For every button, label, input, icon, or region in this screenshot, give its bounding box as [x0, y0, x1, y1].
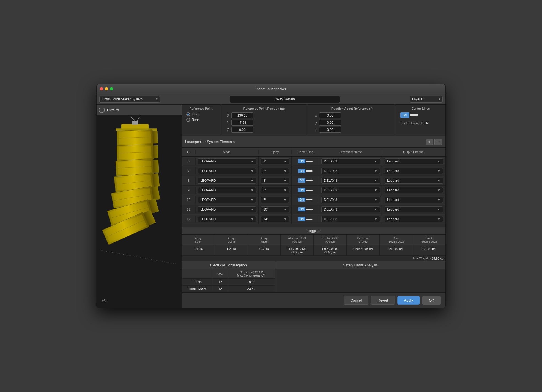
- output-dropdown-7[interactable]: Leopard▼: [385, 216, 443, 222]
- processor-dropdown-7[interactable]: DELAY 3▼: [321, 216, 380, 222]
- splay-dropdown-5[interactable]: 7°▼: [261, 197, 289, 203]
- processor-dropdown-1[interactable]: DELAY 3▼: [321, 158, 380, 164]
- output-dropdown-5[interactable]: Leopard▼: [385, 197, 443, 203]
- splay-dropdown-4[interactable]: 5°▼: [261, 187, 289, 193]
- model-dropdown-6[interactable]: LEOPARD▼: [198, 206, 256, 212]
- rotation-block: Rotation About Reference (°) x y z: [308, 105, 396, 136]
- td-processor-3: DELAY 3▼: [319, 176, 382, 185]
- td-id-6: 11: [182, 206, 196, 213]
- minimize-button[interactable]: [105, 87, 108, 90]
- output-dropdown-3[interactable]: Leopard▼: [385, 178, 443, 184]
- cl-off-5[interactable]: [306, 199, 313, 200]
- remove-element-button[interactable]: −: [434, 139, 442, 145]
- td-processor-6: DELAY 3▼: [319, 205, 382, 214]
- rotation-row-z: z: [313, 127, 391, 133]
- layer-dropdown[interactable]: Layer 0: [410, 96, 443, 103]
- maximize-button[interactable]: [110, 87, 113, 90]
- model-dropdown-3[interactable]: LEOPARD▼: [198, 178, 256, 184]
- coord-x-input[interactable]: [231, 112, 253, 118]
- cl-on-4[interactable]: ON: [298, 188, 305, 192]
- splay-dropdown-6[interactable]: 10°▼: [261, 206, 289, 212]
- output-dropdown-2[interactable]: Leopard▼: [385, 168, 443, 174]
- traffic-lights: [100, 87, 113, 90]
- td-output-1: Leopard▼: [382, 157, 445, 166]
- center-lines-on-button[interactable]: ON: [400, 112, 409, 118]
- titlebar: Insert Loudspeaker: [97, 84, 445, 94]
- svg-rect-12: [153, 160, 159, 173]
- cl-on-3[interactable]: ON: [298, 178, 305, 183]
- apply-button[interactable]: Apply: [397, 296, 420, 305]
- system-dropdown[interactable]: Flown Loudspeaker System: [99, 96, 160, 103]
- model-dropdown-1[interactable]: LEOPARD▼: [198, 158, 256, 164]
- total-weight-label: Total Weight: [413, 257, 428, 260]
- cl-off-2[interactable]: [306, 170, 313, 172]
- rigging-th-abs-cog: Absolute COGPosition: [281, 235, 314, 245]
- coord-y-input[interactable]: [231, 120, 253, 126]
- rigging-th-span: ArraySpan: [182, 235, 215, 245]
- coord-row-x: X: [225, 112, 303, 118]
- th-processor: Processor Name: [319, 149, 382, 155]
- revert-button[interactable]: Revert: [371, 296, 395, 305]
- ok-button[interactable]: OK: [422, 296, 441, 305]
- radio-rear[interactable]: Rear: [186, 118, 216, 122]
- model-dropdown-5[interactable]: LEOPARD▼: [198, 197, 256, 203]
- coord-z-input[interactable]: [231, 127, 253, 133]
- splay-value: 48: [426, 121, 429, 125]
- output-dropdown-6[interactable]: Leopard▼: [385, 206, 443, 212]
- processor-dropdown-5[interactable]: DELAY 3▼: [321, 197, 380, 203]
- rotation-x-input[interactable]: [319, 112, 341, 118]
- model-dropdown-4[interactable]: LEOPARD▼: [198, 187, 256, 193]
- rotation-y-input[interactable]: [319, 120, 341, 126]
- elements-header: Loudspeaker System Elements + −: [182, 136, 445, 148]
- td-output-3: Leopard▼: [382, 176, 445, 185]
- splay-dropdown-2[interactable]: 2°▼: [261, 168, 289, 174]
- cl-off-4[interactable]: [306, 190, 313, 191]
- model-dropdown-2[interactable]: LEOPARD▼: [198, 168, 256, 174]
- cl-off-3[interactable]: [306, 180, 313, 181]
- td-id-1: 6: [182, 158, 196, 165]
- splay-row: Total Splay Angle 48: [400, 121, 441, 125]
- svg-line-32: [137, 116, 141, 121]
- cl-on-6[interactable]: ON: [298, 207, 305, 211]
- cl-off-1[interactable]: [306, 161, 313, 162]
- processor-dropdown-4[interactable]: DELAY 3▼: [321, 187, 380, 193]
- cl-off-7[interactable]: [306, 219, 313, 220]
- rotation-y-label: y: [313, 121, 317, 125]
- processor-dropdown-6[interactable]: DELAY 3▼: [321, 206, 380, 212]
- close-button[interactable]: [100, 87, 103, 90]
- centerline-toggle-1: ON: [294, 159, 317, 163]
- window-title: Insert Loudspeaker: [256, 87, 286, 91]
- center-lines-off-button[interactable]: [410, 114, 418, 116]
- radio-front[interactable]: Front: [186, 112, 216, 116]
- cl-on-7[interactable]: ON: [298, 217, 305, 221]
- main-window: Insert Loudspeaker Flown Loudspeaker Sys…: [96, 84, 446, 308]
- delay-system-button[interactable]: Delay System: [230, 96, 340, 103]
- model-dropdown-7[interactable]: LEOPARD▼: [198, 216, 256, 222]
- td-model-5: LEOPARD▼: [196, 195, 259, 205]
- processor-dropdown-2[interactable]: DELAY 3▼: [321, 168, 380, 174]
- processor-dropdown-3[interactable]: DELAY 3▼: [321, 178, 380, 184]
- table-row: 7 LEOPARD▼ 2°▼: [182, 166, 445, 176]
- cl-on-5[interactable]: ON: [298, 198, 305, 202]
- cl-off-6[interactable]: [306, 209, 313, 210]
- center-lines-header: Center Lines: [400, 107, 441, 110]
- output-dropdown-4[interactable]: Leopard▼: [385, 187, 443, 193]
- reference-point-block: Reference Point Front Rear: [182, 105, 220, 136]
- table-row: 6 LEOPARD▼ 2°▼: [182, 157, 445, 166]
- add-element-button[interactable]: +: [426, 139, 433, 145]
- rigging-th-width: ArrayWidth: [248, 235, 281, 245]
- safety-content: [275, 269, 445, 278]
- splay-dropdown-1[interactable]: 2°▼: [261, 158, 289, 164]
- cl-on-2[interactable]: ON: [298, 169, 305, 173]
- coord-z-label: Z: [225, 128, 229, 132]
- td-splay-3: 3°▼: [259, 176, 292, 185]
- splay-dropdown-3[interactable]: 3°▼: [261, 178, 289, 184]
- output-dropdown-1[interactable]: Leopard▼: [385, 158, 443, 164]
- refresh-icon[interactable]: [99, 107, 105, 113]
- rotation-z-input[interactable]: [319, 127, 341, 133]
- splay-dropdown-7[interactable]: 14°▼: [261, 216, 289, 222]
- cl-on-1[interactable]: ON: [298, 159, 305, 163]
- cancel-button[interactable]: Cancel: [344, 296, 368, 305]
- elements-title: Loudspeaker System Elements: [185, 140, 235, 144]
- td-output-2: Leopard▼: [382, 166, 445, 176]
